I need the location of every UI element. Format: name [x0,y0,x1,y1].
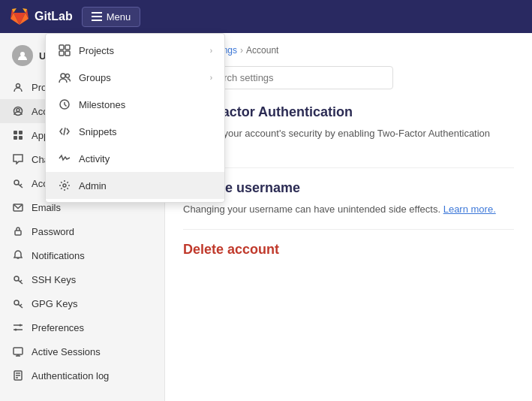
dropdown-menu: Projects › Groups › Milestones [45,33,225,203]
ssh-keys-icon [12,273,24,285]
applications-icon [12,129,24,141]
page-layout: User Settings Profile Account Applicatio… [0,33,532,401]
dropdown-item-snippets[interactable]: Snippets [46,118,224,145]
svg-rect-19 [15,231,21,235]
two-factor-desc: Increase your account's security by enab… [183,126,514,155]
change-username-desc: Changing your username can have unintend… [183,202,514,217]
svg-rect-31 [14,348,23,354]
svg-rect-40 [59,51,64,56]
sidebar-item-preferences[interactable]: Preferences [0,315,164,339]
sidebar-item-label: Notifications [32,250,85,261]
svg-line-23 [20,280,22,282]
sidebar-item-label: Active Sessions [32,346,101,357]
divider-2 [183,229,514,230]
svg-point-10 [17,109,20,112]
activity-icon [58,152,71,165]
password-icon [12,225,24,237]
search-input[interactable] [206,72,385,83]
top-navigation: GitLab Menu [0,0,532,33]
admin-icon [58,179,71,192]
sidebar-item-label: Preferences [32,322,84,333]
snippets-icon [58,125,71,138]
svg-rect-41 [65,51,70,56]
svg-line-45 [64,128,65,135]
dropdown-item-activity[interactable]: Activity [46,145,224,172]
sidebar-item-label: SSH Keys [32,274,76,285]
svg-point-42 [61,74,65,78]
dropdown-item-milestones[interactable]: Milestones [46,91,224,118]
svg-rect-38 [59,45,64,50]
dropdown-item-label: Snippets [79,126,117,137]
svg-rect-14 [19,136,23,140]
gitlab-logo: GitLab [9,6,73,27]
auth-log-icon [12,369,24,381]
svg-point-46 [63,184,66,187]
svg-rect-39 [65,45,70,50]
breadcrumb-current: Account [246,45,278,56]
sidebar-item-password[interactable]: Password [0,219,164,243]
svg-line-26 [20,304,22,306]
svg-rect-11 [14,131,17,134]
svg-point-8 [17,84,20,88]
svg-rect-12 [19,131,23,134]
delete-account-title: Delete account [183,242,514,258]
sidebar-item-label: Emails [32,202,61,213]
account-icon [12,105,24,117]
gitlab-fox-icon [9,6,30,27]
dropdown-item-label: Activity [79,153,110,164]
svg-point-28 [20,324,22,327]
milestones-icon [58,98,71,111]
svg-point-30 [15,329,17,331]
svg-point-43 [66,74,70,78]
sidebar-item-gpg-keys[interactable]: GPG Keys [0,291,164,315]
emails-icon [12,201,24,213]
sidebar-item-auth-log[interactable]: Authentication log [0,363,164,387]
access-tokens-icon [12,177,24,189]
groups-icon [58,71,71,84]
sidebar-item-active-sessions[interactable]: Active Sessions [0,339,164,363]
avatar [12,45,33,66]
dropdown-item-label: Groups [79,72,111,83]
dropdown-item-label: Admin [79,180,107,191]
dropdown-item-label: Projects [79,45,114,56]
chevron-right-icon: › [210,47,212,55]
profile-icon [12,81,24,93]
divider-1 [183,167,514,168]
change-username-section: Change username Changing your username c… [183,180,514,217]
sidebar-item-label: Password [32,226,74,237]
dropdown-item-groups[interactable]: Groups › [46,64,224,91]
menu-label: Menu [107,11,131,23]
preferences-icon [12,321,24,333]
two-factor-section: Two-Factor Authentication Increase your … [183,104,514,155]
brand-name: GitLab [35,10,73,23]
active-sessions-icon [12,345,24,357]
learn-more-link[interactable]: Learn more. [443,204,496,215]
delete-account-section: Delete account [183,242,514,258]
menu-button[interactable]: Menu [82,7,141,27]
sidebar-item-ssh-keys[interactable]: SSH Keys [0,267,164,291]
svg-line-17 [20,184,22,185]
change-username-title: Change username [183,180,514,196]
sidebar-item-label: GPG Keys [32,298,77,309]
two-factor-title: Two-Factor Authentication [183,104,514,120]
breadcrumb: User Settings › Account [183,45,514,56]
svg-rect-13 [14,136,17,140]
dropdown-item-label: Milestones [79,99,125,110]
gpg-keys-icon [12,297,24,309]
breadcrumb-separator: › [240,45,243,56]
chevron-right-icon: › [210,74,212,82]
sidebar-item-notifications[interactable]: Notifications [0,243,164,267]
chat-icon [12,153,24,165]
dropdown-item-projects[interactable]: Projects › [46,37,224,64]
projects-icon [58,44,71,57]
hamburger-icon [92,12,102,21]
sidebar-item-label: Authentication log [32,370,109,381]
notifications-icon [12,249,24,261]
dropdown-item-admin[interactable]: Admin [46,172,224,199]
